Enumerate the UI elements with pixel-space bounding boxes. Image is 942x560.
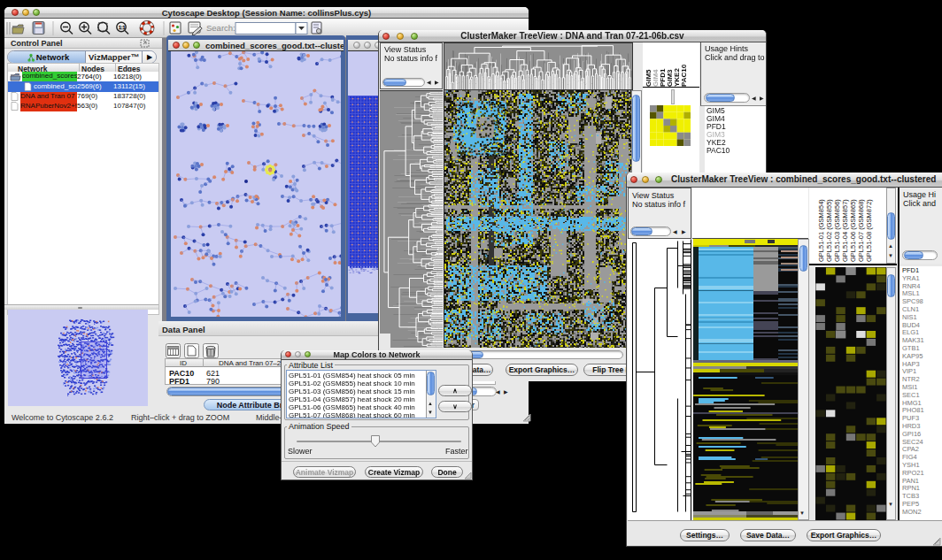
- svg-text:Search:: Search:: [206, 23, 236, 33]
- svg-text:1:1: 1:1: [119, 25, 126, 30]
